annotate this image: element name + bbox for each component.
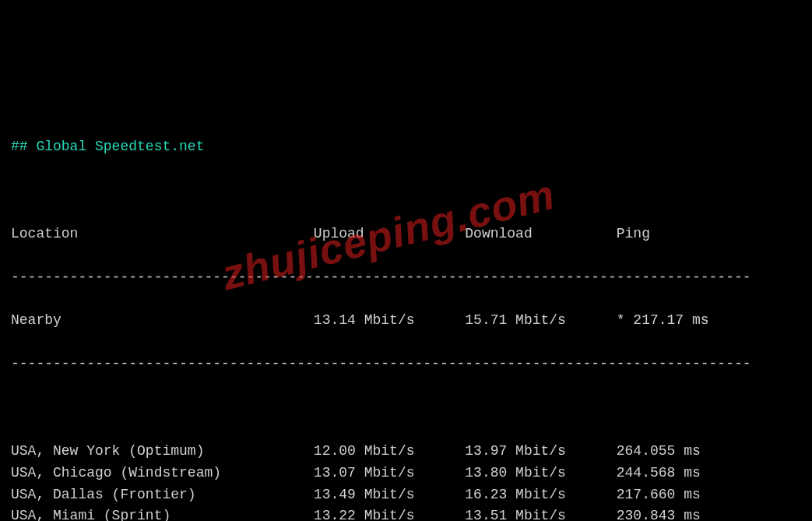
blank-line-2 <box>11 397 801 419</box>
table-body: USA, New York (Optimum) 12.00 Mbit/s 13.… <box>11 441 801 521</box>
divider-mid: ----------------------------------------… <box>11 354 801 375</box>
page-title: ## Global Speedtest.net <box>11 136 801 158</box>
nearby-row: Nearby 13.14 Mbit/s 15.71 Mbit/s * 217.1… <box>11 310 801 332</box>
blank-line-1 <box>11 180 801 202</box>
divider-top: ----------------------------------------… <box>11 267 801 289</box>
table-row: USA, Chicago (Windstream) 13.07 Mbit/s 1… <box>11 463 801 484</box>
table-row: USA, Dallas (Frontier) 13.49 Mbit/s 16.2… <box>11 484 801 506</box>
table-header-row: Location Upload Download Ping <box>11 224 801 245</box>
table-row: USA, Miami (Sprint) 13.22 Mbit/s 13.51 M… <box>11 505 801 521</box>
table-row: USA, New York (Optimum) 12.00 Mbit/s 13.… <box>11 441 801 463</box>
